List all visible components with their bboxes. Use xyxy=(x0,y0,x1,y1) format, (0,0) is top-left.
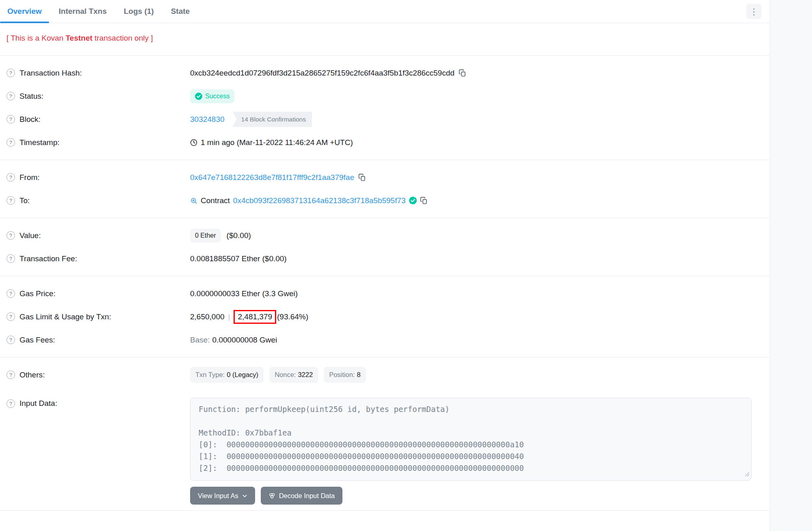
decode-input-data-label: Decode Input Data xyxy=(279,492,335,500)
tab-bar: Overview Internal Txns Logs (1) State ⋮ xyxy=(0,0,770,23)
group-others-input: ? Others: Txn Type:0 (Legacy) Nonce:3222… xyxy=(0,358,770,511)
row-to: ? To: Contract 0x4cb093f226983713164a621… xyxy=(6,189,763,212)
status-label: Status: xyxy=(19,92,43,101)
to-address-link[interactable]: 0x4cb093f226983713164a62138c3f718a5b595f… xyxy=(233,196,406,205)
gas-limit-label: Gas Limit & Usage by Txn: xyxy=(19,312,111,321)
gas-fees-base-label: Base: xyxy=(190,336,210,345)
help-icon[interactable]: ? xyxy=(6,115,15,124)
row-timestamp: ? Timestamp: 1 min ago (Mar-11-2022 11:4… xyxy=(6,131,763,154)
status-badge: Success xyxy=(190,89,234,103)
gas-limit-separator: | xyxy=(228,312,230,321)
transaction-fee-value: 0.0081885507 Ether ($0.00) xyxy=(190,254,287,263)
clock-icon xyxy=(190,139,197,146)
zoom-in-icon[interactable] xyxy=(190,197,197,204)
group-value-fee: ? Value: 0 Ether ($0.00) ? Transaction F… xyxy=(0,218,770,276)
help-icon[interactable]: ? xyxy=(6,196,15,205)
status-badge-label: Success xyxy=(205,93,230,100)
bottom-spacer xyxy=(0,511,770,522)
tab-internal-txns-label: Internal Txns xyxy=(59,7,107,16)
txn-type-key: Txn Type: xyxy=(195,371,225,378)
group-addresses: ? From: 0x647e7168122263d8e7f81f17fff9c2… xyxy=(0,160,770,218)
copy-icon[interactable] xyxy=(358,173,366,181)
notice-text-2: transaction only ] xyxy=(93,34,153,42)
tab-logs-label: Logs (1) xyxy=(124,7,154,16)
block-confirmations-badge: 14 Block Confirmations xyxy=(233,112,312,127)
kebab-menu-button[interactable]: ⋮ xyxy=(746,4,762,19)
tab-state-label: State xyxy=(171,7,190,16)
transaction-card: Overview Internal Txns Logs (1) State ⋮ … xyxy=(0,0,770,531)
tab-state[interactable]: State xyxy=(164,0,197,23)
check-circle-icon xyxy=(195,93,202,100)
nonce-badge: Nonce:3222 xyxy=(269,367,318,383)
input-data-label: Input Data: xyxy=(19,399,57,408)
help-icon[interactable]: ? xyxy=(6,371,15,379)
view-input-as-button[interactable]: View Input As xyxy=(190,487,255,505)
help-icon[interactable]: ? xyxy=(6,312,15,321)
position-badge: Position:8 xyxy=(324,367,366,383)
decode-input-data-button[interactable]: Decode Input Data xyxy=(261,487,343,505)
notice-text-1: [ This is a Kovan xyxy=(6,34,65,42)
tab-overview[interactable]: Overview xyxy=(0,0,49,23)
view-input-as-label: View Input As xyxy=(198,492,238,500)
row-value: ? Value: 0 Ether ($0.00) xyxy=(6,224,763,247)
row-gas-fees: ? Gas Fees: Base: 0.000000008 Gwei xyxy=(6,328,763,351)
red-annotation-box: 2,481,379 xyxy=(234,310,276,324)
txn-type-value: 0 (Legacy) xyxy=(227,371,258,378)
tab-overview-label: Overview xyxy=(7,7,42,16)
gas-price-label: Gas Price: xyxy=(19,289,56,298)
value-amount-badge: 0 Ether xyxy=(190,229,221,243)
help-icon[interactable]: ? xyxy=(6,289,15,298)
row-block: ? Block: 30324830 14 Block Confirmations xyxy=(6,108,763,131)
group-transaction-summary: ? Transaction Hash: 0xcb324eedcd1d07296f… xyxy=(0,56,770,160)
kebab-icon: ⋮ xyxy=(750,7,758,16)
help-icon[interactable]: ? xyxy=(6,336,15,344)
help-icon[interactable]: ? xyxy=(6,69,15,77)
row-transaction-fee: ? Transaction Fee: 0.0081885507 Ether ($… xyxy=(6,247,763,270)
value-label: Value: xyxy=(19,231,41,240)
help-icon[interactable]: ? xyxy=(6,173,15,182)
row-status: ? Status: Success xyxy=(6,85,763,108)
group-gas: ? Gas Price: 0.0000000033 Ether (3.3 Gwe… xyxy=(0,276,770,358)
gas-fees-label: Gas Fees: xyxy=(19,336,55,345)
from-address-link[interactable]: 0x647e7168122263d8e7f81f17fff9c2f1aa379f… xyxy=(190,173,354,182)
copy-icon[interactable] xyxy=(420,197,428,204)
others-label: Others: xyxy=(19,371,45,379)
position-key: Position: xyxy=(329,371,355,378)
input-data-actions: View Input As Decode Input Data xyxy=(190,487,763,505)
block-number-link[interactable]: 30324830 xyxy=(190,115,225,124)
help-icon[interactable]: ? xyxy=(6,138,15,147)
notice-text-bold: Testnet xyxy=(65,34,92,42)
resize-grip[interactable] xyxy=(744,470,750,479)
help-icon[interactable]: ? xyxy=(6,399,15,408)
row-transaction-hash: ? Transaction Hash: 0xcb324eedcd1d07296f… xyxy=(6,61,763,85)
input-data-text: Function: performUpkeep(uint256 id, byte… xyxy=(199,403,743,474)
to-label: To: xyxy=(19,196,30,205)
tab-logs[interactable]: Logs (1) xyxy=(117,0,161,23)
gas-used-value: 2,481,379 xyxy=(238,312,272,321)
input-data-textarea[interactable]: Function: performUpkeep(uint256 id, byte… xyxy=(190,398,751,481)
row-gas-price: ? Gas Price: 0.0000000033 Ether (3.3 Gwe… xyxy=(6,282,763,305)
decode-icon xyxy=(269,492,275,499)
block-label: Block: xyxy=(19,115,41,124)
testnet-notice: [ This is a Kovan Testnet transaction on… xyxy=(0,23,770,56)
tab-internal-txns[interactable]: Internal Txns xyxy=(52,0,114,23)
help-icon[interactable]: ? xyxy=(6,254,15,263)
help-icon[interactable]: ? xyxy=(6,231,15,240)
gas-limit-value: 2,650,000 xyxy=(190,312,225,321)
position-value: 8 xyxy=(357,371,360,378)
row-input-data: ? Input Data: Function: performUpkeep(ui… xyxy=(6,391,763,481)
transaction-details-page: Overview Internal Txns Logs (1) State ⋮ … xyxy=(0,0,812,531)
row-gas-limit-usage: ? Gas Limit & Usage by Txn: 2,650,000 | … xyxy=(6,305,763,328)
to-contract-prefix: Contract xyxy=(201,196,230,205)
verified-check-icon xyxy=(409,197,417,204)
row-others: ? Others: Txn Type:0 (Legacy) Nonce:3222… xyxy=(6,363,763,386)
row-from: ? From: 0x647e7168122263d8e7f81f17fff9c2… xyxy=(6,166,763,189)
copy-icon[interactable] xyxy=(459,69,466,77)
help-icon[interactable]: ? xyxy=(6,92,15,100)
chevron-down-icon xyxy=(242,493,247,498)
transaction-hash-value: 0xcb324eedcd1d07296fdf3d215a2865275f159c… xyxy=(190,69,455,78)
page-background-strip xyxy=(770,0,812,531)
timestamp-label: Timestamp: xyxy=(19,138,60,147)
transaction-hash-label: Transaction Hash: xyxy=(19,69,82,78)
from-label: From: xyxy=(19,173,40,182)
